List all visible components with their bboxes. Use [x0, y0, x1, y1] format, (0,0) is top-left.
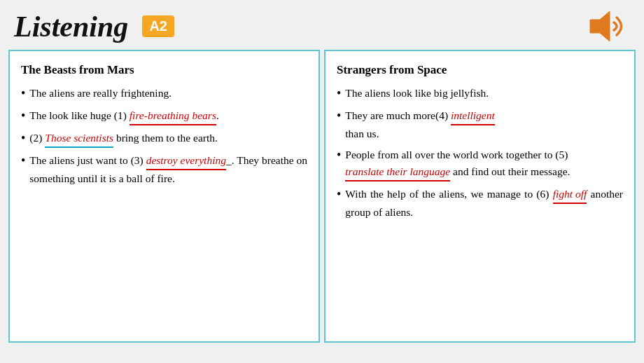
left-bullet-list: • The aliens are really frightening. • T…: [21, 85, 307, 186]
page-header: Listening A2: [0, 0, 644, 50]
page-title: Listening: [14, 10, 128, 43]
list-item: • The aliens look like big jellyfish.: [337, 85, 623, 102]
list-item: • With the help of the aliens, we manage…: [337, 186, 623, 221]
right-bullet-list: • The aliens look like big jellyfish. • …: [337, 85, 623, 220]
list-item: • People from all over the world work to…: [337, 146, 623, 182]
speaker-icon[interactable]: [584, 7, 630, 46]
svg-marker-0: [590, 11, 610, 41]
list-item: • The aliens just want to (3) destroy ev…: [21, 152, 307, 187]
answer-destroy-everything: destroy everything: [146, 152, 226, 170]
answer-intelligent: intelligent: [451, 107, 495, 125]
list-item: • The aliens are really frightening.: [21, 85, 307, 102]
answer-translate-language: translate their language: [345, 163, 450, 182]
list-item: • (2) Those scientists bring them to the…: [21, 130, 307, 148]
list-item: • They are much more(4) intelligentthan …: [337, 107, 623, 142]
right-panel-title: Strangers from Space: [337, 61, 623, 79]
list-item: • The look like huge (1) fire-breathing …: [21, 107, 307, 125]
answer-those-scientists: Those scientists: [45, 130, 113, 148]
answer-fire-breathing-bears: fire-breathing bears: [130, 107, 216, 125]
left-panel: The Beasts from Mars • The aliens are re…: [8, 50, 320, 343]
answer-fight-off: fight off: [553, 186, 587, 204]
level-badge: A2: [142, 15, 174, 37]
right-panel: Strangers from Space • The aliens look l…: [324, 50, 636, 343]
content-area: The Beasts from Mars • The aliens are re…: [0, 50, 644, 350]
left-panel-title: The Beasts from Mars: [21, 61, 307, 79]
